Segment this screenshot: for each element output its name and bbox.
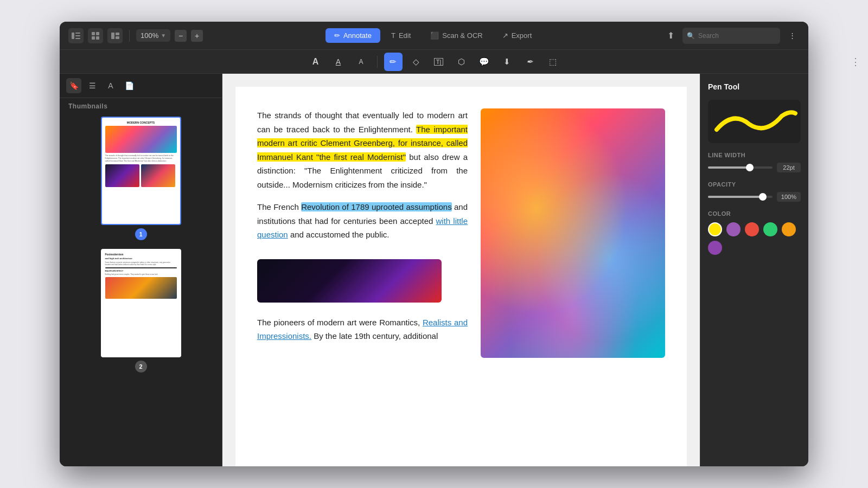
paragraph2: The French Revolution of 1789 uprooted a… [257,200,468,242]
bookmark-tab[interactable]: 🔖 [66,78,81,93]
text-large-button[interactable]: A [307,53,325,71]
svg-rect-7 [96,36,99,40]
line-width-track[interactable] [708,166,773,169]
outline-tab[interactable]: ☰ [85,78,100,93]
titlebar-right: ⬆ 🔍 ⋮ [663,28,800,44]
line-width-section: LINE WIDTH 22pt [708,152,801,172]
annotate-label: Annotate [343,31,372,40]
opacity-value: 100% [777,192,801,202]
zoom-value: 100% [141,31,158,40]
scan-label: Scan & OCR [442,31,482,40]
color-orange[interactable] [782,222,796,236]
svg-rect-6 [92,36,95,40]
highlight-tool-button[interactable]: ✏ [384,53,403,71]
shape-button[interactable]: ⬡ [452,53,471,71]
opacity-thumb[interactable] [759,193,767,201]
scan-ocr-tab[interactable]: ⬛ Scan & OCR [422,28,491,43]
opacity-label: OPACITY [708,181,801,188]
titlebar-center: ✏ Annotate T Edit ⬛ Scan & OCR ↗ Export [209,28,656,43]
revolution-highlight: Revolution of 1789 uprooted assumptions [301,202,451,211]
color-purple[interactable] [726,222,741,236]
line-width-thumb[interactable] [746,164,754,171]
upload-icon[interactable]: ⬆ [663,28,678,43]
page-tab[interactable]: 📄 [122,78,137,93]
search-box[interactable]: 🔍 [682,28,780,44]
text-small-button[interactable]: A [352,53,371,71]
color-red[interactable] [745,222,759,236]
font-medium-icon: A [336,57,341,66]
annotate-tab[interactable]: ✏ Annotate [326,28,380,43]
eraser-button[interactable]: ◇ [407,53,425,71]
bottom-section: The pioneers of modern art were Romantic… [257,259,468,343]
realists-underline: Realists and Impressionists. [257,318,468,341]
annotation-tab[interactable]: A [103,78,118,93]
export-icon: ↗ [502,31,508,40]
svg-rect-9 [116,33,119,35]
text-insert-icon: T| [434,58,444,66]
annotate-icon: ✏ [334,31,340,40]
edit-tab[interactable]: T Edit [382,28,419,43]
search-icon: 🔍 [687,32,695,40]
line-width-label: LINE WIDTH [708,152,801,158]
shape-icon: ⬡ [458,57,465,67]
svg-rect-1 [75,33,80,34]
zoom-out-button[interactable]: − [175,30,187,42]
opacity-fill [708,196,763,198]
highlight-icon: ✏ [390,57,397,67]
export-tab[interactable]: ↗ Export [494,28,541,43]
zoom-control[interactable]: 100% ▼ [136,29,170,42]
zoom-in-button[interactable]: + [191,30,203,42]
paragraph3: The pioneers of modern art were Romantic… [257,316,468,343]
image-column [481,108,665,466]
color-label: COLOR [708,210,801,217]
opacity-track[interactable] [708,196,773,198]
sidebar-tabs: 🔖 ☰ A 📄 [60,74,222,98]
app-window: 100% ▼ − + ✏ Annotate T Edit ⬛ Scan & OC… [60,22,808,466]
select-tool-button[interactable]: ⬚ [544,53,562,71]
bottom-image [257,259,442,303]
page1-thumbnail[interactable]: MODERN CONCEPTS The strands of thought t… [101,117,181,225]
main-image [481,108,665,358]
line-width-value: 22pt [777,163,801,172]
content-area[interactable]: The strands of thought that eventually l… [222,74,700,466]
comment-button[interactable]: 💬 [475,53,494,71]
right-panel: Pen Tool LINE WIDTH 22pt OPACITY [700,74,808,466]
color-dark-purple[interactable] [708,241,722,255]
more-icon[interactable]: ⋮ [784,28,800,43]
svg-rect-4 [92,32,95,35]
svg-rect-2 [75,35,80,36]
color-yellow[interactable] [708,222,722,236]
text-insert-button[interactable]: T| [430,53,448,71]
page-document: The strands of thought that eventually l… [235,87,687,466]
signature-icon: ✒ [526,57,533,67]
sidebar: 🔖 ☰ A 📄 Thumbnails MODERN CONCEPTS The s… [60,74,222,466]
layout-icon[interactable] [107,28,123,43]
line-width-slider-row: 22pt [708,163,801,172]
signature-button[interactable]: ✒ [521,53,539,71]
svg-rect-5 [96,32,99,35]
divider2 [377,56,378,68]
color-green[interactable] [763,222,777,236]
grid-view-icon[interactable] [88,28,103,43]
main-area: 🔖 ☰ A 📄 Thumbnails MODERN CONCEPTS The s… [60,74,808,466]
opacity-section: OPACITY 100% [708,181,801,202]
divider1 [129,30,130,42]
pen-tool-title: Pen Tool [708,82,801,91]
search-input[interactable] [698,32,776,40]
stamp-button[interactable]: ⬇ [498,53,516,71]
sidebar-toggle-icon[interactable] [68,28,84,43]
page2-content: Postmodernism and high-tech architecture… [102,250,180,356]
svg-rect-10 [116,36,119,39]
svg-rect-0 [72,33,74,39]
little-question-underline: with little question [257,216,468,240]
select-icon: ⬚ [549,57,557,67]
text-medium-button[interactable]: A [329,53,348,71]
font-large-icon: A [312,57,319,67]
page2-thumbnail[interactable]: Postmodernism and high-tech architecture… [101,249,181,357]
font-small-icon: A [359,58,363,66]
annotation-toolbar: A A A ✏ ◇ T| ⬡ 💬 ⬇ ✒ ⬚ [60,50,808,74]
main-image-inner [481,108,665,358]
page1-container: MODERN CONCEPTS The strands of thought t… [101,117,181,240]
export-label: Export [512,31,532,40]
color-swatches [708,222,801,255]
